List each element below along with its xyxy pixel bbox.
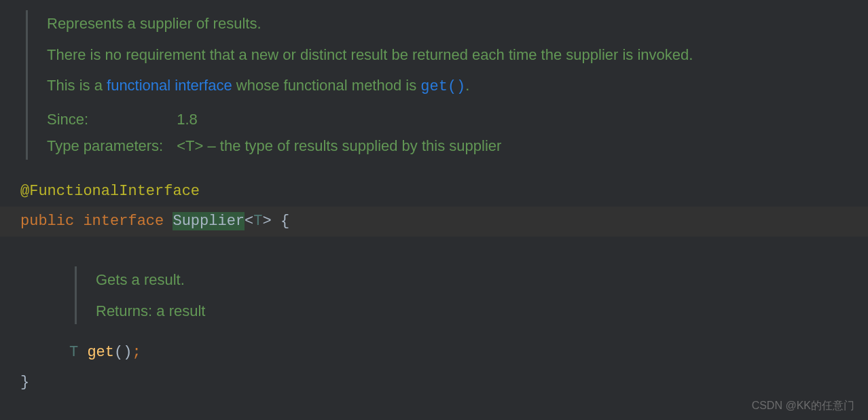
brace-close: } [20,374,29,391]
annotation-line[interactable]: @FunctionalInterface [20,177,848,207]
returns-value: a result [156,302,205,319]
javadoc-summary: Represents a supplier of results. [47,10,848,37]
javadoc-block: Represents a supplier of results. There … [26,10,848,160]
javadoc-since-row: Since: 1.8 [47,106,501,133]
keyword-public: public [20,213,74,230]
returns-label: Returns: [96,302,152,319]
javadoc-text: . [465,77,469,94]
javadoc-since-label: Since: [47,106,177,133]
method-javadoc-summary: Gets a result. [96,266,848,294]
javadoc-text: This is a [47,77,107,94]
keyword-interface: interface [83,213,164,230]
javadoc-typeparam-row: Type parameters: <T> – the type of resul… [47,133,501,160]
code-editor[interactable]: Represents a supplier of results. There … [0,0,868,408]
return-type: T [69,344,78,361]
javadoc-link-functional-interface[interactable]: functional interface [107,77,232,94]
javadoc-since-value: 1.8 [177,106,501,133]
type-parameter: T [253,213,262,230]
javadoc-text: whose functional method is [232,77,421,94]
method-parens: () [114,344,132,361]
brace-open: { [281,213,289,230]
class-name: Supplier [173,212,245,230]
javadoc-functional: This is a functional interface whose fun… [47,72,848,101]
semicolon: ; [132,344,141,361]
javadoc-typeparam-value: <T> – the type of results supplied by th… [177,133,501,160]
method-declaration-line[interactable]: T get(); [20,338,848,368]
angle-gt: > [262,213,271,230]
brace-close-line[interactable]: } [20,368,848,398]
javadoc-typeparam-label: Type parameters: [47,133,177,160]
method-javadoc-block: Gets a result. Returns: a result [75,266,848,324]
javadoc-tags: Since: 1.8 Type parameters: <T> – the ty… [47,106,501,160]
blank-line[interactable] [20,237,848,266]
angle-lt: < [245,213,253,230]
method-javadoc-returns: Returns: a result [96,298,848,325]
javadoc-link-method[interactable]: get() [420,78,465,95]
annotation: @FunctionalInterface [20,183,200,200]
method-name: get [87,344,114,361]
class-declaration-line[interactable]: public interface Supplier<T> { [0,207,868,237]
javadoc-description: There is no requirement that a new or di… [47,41,848,69]
watermark: CSDN @KK的任意门 [752,399,854,413]
